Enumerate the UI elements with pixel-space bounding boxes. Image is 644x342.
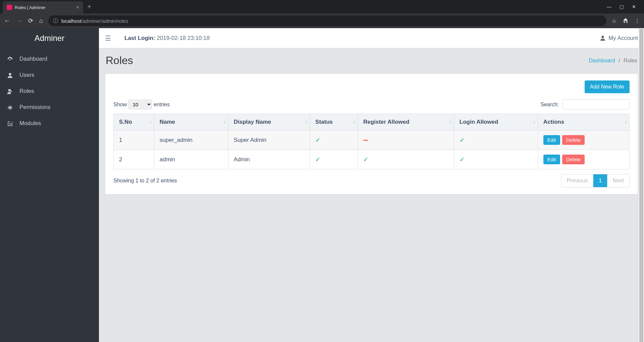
url-host: localhost bbox=[61, 18, 81, 24]
col-name[interactable]: Name↑↓ bbox=[154, 114, 228, 130]
cell-sno: 1 bbox=[114, 130, 154, 150]
prev-page-button[interactable]: Previous bbox=[561, 174, 593, 187]
close-window-icon[interactable]: ✕ bbox=[632, 4, 636, 9]
cell-display-name: Super Admin bbox=[228, 130, 310, 150]
search-input[interactable] bbox=[562, 99, 630, 110]
edit-button[interactable]: Edit bbox=[543, 155, 560, 164]
new-tab-button[interactable]: + bbox=[83, 3, 95, 11]
sidebar-item-dashboard[interactable]: Dashboard bbox=[0, 51, 99, 67]
cell-name: admin bbox=[154, 150, 228, 169]
check-icon: ✓ bbox=[315, 137, 320, 144]
sidebar-item-users[interactable]: Users bbox=[0, 67, 99, 83]
check-square-icon bbox=[7, 120, 13, 127]
sidebar: Adminer Dashboard Users Roles bbox=[0, 28, 99, 342]
add-new-role-button[interactable]: Add New Role bbox=[585, 80, 630, 93]
delete-button[interactable]: Delete bbox=[562, 135, 585, 145]
col-status[interactable]: Status↑↓ bbox=[310, 114, 358, 130]
browser-chrome: Roles | Adminer × + — ▢ ✕ ← → ⟳ ⌂ ⓘ loca… bbox=[0, 0, 644, 28]
breadcrumb-dashboard[interactable]: Dashboard bbox=[589, 58, 615, 63]
cell-status: ✓ bbox=[310, 150, 358, 169]
check-icon: ✓ bbox=[460, 137, 465, 144]
col-actions[interactable]: Actions↑↓ bbox=[538, 114, 629, 130]
col-login-allowed[interactable]: Login Allowed↑↓ bbox=[454, 114, 538, 130]
table-header-row: S.No↑↓ Name↑↓ Display Name↑↓ Status↑↓ Re… bbox=[114, 114, 630, 130]
bookmark-icon[interactable]: ☆ bbox=[612, 18, 616, 24]
home-icon[interactable]: ⌂ bbox=[39, 17, 43, 24]
sort-icon: ↑↓ bbox=[305, 120, 306, 124]
roles-card: Add New Role Show 10 entries Search: bbox=[105, 73, 638, 194]
cell-login-allowed: ✓ bbox=[454, 150, 538, 169]
cell-register-allowed bbox=[358, 130, 454, 150]
menu-icon[interactable]: ⋮ bbox=[635, 18, 640, 24]
hamburger-icon[interactable]: ☰ bbox=[105, 34, 111, 42]
search-label: Search: bbox=[540, 102, 559, 107]
scrollbar-thumb[interactable] bbox=[639, 29, 643, 342]
entries-label: entries bbox=[154, 102, 170, 107]
sidebar-item-roles[interactable]: Roles bbox=[0, 83, 99, 99]
search-control: Search: bbox=[540, 99, 630, 110]
sidebar-nav: Dashboard Users Roles Permissions bbox=[0, 48, 99, 134]
info-icon[interactable]: ⓘ bbox=[53, 18, 58, 24]
col-sno[interactable]: S.No↑↓ bbox=[114, 114, 154, 130]
minimize-icon[interactable]: — bbox=[607, 4, 611, 9]
sidebar-item-permissions[interactable]: Permissions bbox=[0, 99, 99, 115]
asterisk-icon bbox=[7, 104, 13, 111]
last-login-label: Last Login: bbox=[124, 35, 155, 41]
page-header: Roles Dashboard / Roles bbox=[99, 48, 644, 70]
address-bar: ← → ⟳ ⌂ ⓘ localhost/adminer/admin/roles … bbox=[0, 13, 644, 28]
back-icon[interactable]: ← bbox=[4, 17, 10, 24]
col-display-name[interactable]: Display Name↑↓ bbox=[228, 114, 310, 130]
close-tab-icon[interactable]: × bbox=[76, 4, 79, 10]
app: Adminer Dashboard Users Roles bbox=[0, 28, 644, 342]
url-bar[interactable]: ⓘ localhost/adminer/admin/roles bbox=[48, 15, 606, 26]
dashboard-icon bbox=[7, 56, 13, 62]
entries-select[interactable]: 10 bbox=[128, 100, 152, 109]
next-page-button[interactable]: Next bbox=[607, 174, 629, 187]
sort-icon: ↑↓ bbox=[625, 120, 626, 124]
edit-button[interactable]: Edit bbox=[543, 135, 560, 145]
col-register-allowed[interactable]: Register Allowed↑↓ bbox=[358, 114, 454, 130]
reload-icon[interactable]: ⟳ bbox=[28, 17, 33, 24]
last-login: Last Login: 2019-02-18 23:10:18 bbox=[124, 35, 210, 42]
breadcrumb-sep: / bbox=[619, 58, 620, 63]
breadcrumb: Dashboard / Roles bbox=[589, 58, 637, 64]
page-title: Roles bbox=[106, 54, 133, 67]
topbar: ☰ Last Login: 2019-02-18 23:10:18 My Acc… bbox=[99, 28, 644, 48]
cell-actions: EditDelete bbox=[538, 130, 629, 150]
length-control: Show 10 entries bbox=[113, 100, 170, 109]
sidebar-label: Permissions bbox=[19, 104, 51, 111]
cell-sno: 2 bbox=[114, 150, 154, 169]
cell-status: ✓ bbox=[310, 130, 358, 150]
sidebar-brand[interactable]: Adminer bbox=[0, 28, 99, 48]
sidebar-label: Dashboard bbox=[19, 56, 47, 62]
last-login-value: 2019-02-18 23:10:18 bbox=[157, 35, 210, 41]
check-icon: ✓ bbox=[315, 156, 320, 163]
check-icon: ✓ bbox=[460, 156, 465, 163]
page-1-button[interactable]: 1 bbox=[593, 174, 607, 187]
pagination: Previous 1 Next bbox=[561, 174, 630, 187]
browser-right-icons: ☆ ⋮ bbox=[612, 18, 640, 24]
table-footer: Showing 1 to 2 of 2 entries Previous 1 N… bbox=[113, 174, 630, 187]
scrollbar[interactable] bbox=[639, 28, 644, 342]
minus-icon bbox=[363, 140, 368, 141]
show-label: Show bbox=[113, 102, 127, 107]
sort-icon: ↑↓ bbox=[533, 120, 534, 124]
sidebar-label: Users bbox=[19, 72, 34, 78]
breadcrumb-current: Roles bbox=[624, 58, 637, 63]
tab-bar: Roles | Adminer × + — ▢ ✕ bbox=[0, 0, 644, 13]
sidebar-label: Roles bbox=[19, 88, 34, 95]
delete-button[interactable]: Delete bbox=[562, 155, 585, 164]
cell-actions: EditDelete bbox=[538, 150, 629, 169]
sort-icon: ↑↓ bbox=[449, 120, 450, 124]
cell-register-allowed: ✓ bbox=[358, 150, 454, 169]
sidebar-item-modules[interactable]: Modules bbox=[0, 115, 99, 131]
incognito-icon[interactable] bbox=[623, 18, 629, 24]
forward-icon[interactable]: → bbox=[16, 17, 22, 24]
maximize-icon[interactable]: ▢ bbox=[620, 4, 624, 9]
user-icon bbox=[600, 35, 606, 42]
table-controls: Show 10 entries Search: bbox=[113, 99, 630, 110]
my-account-link[interactable]: My Account bbox=[600, 35, 638, 42]
browser-tab[interactable]: Roles | Adminer × bbox=[3, 1, 83, 13]
nav-icons: ← → ⟳ ⌂ bbox=[4, 17, 43, 24]
user-icon bbox=[7, 72, 13, 78]
